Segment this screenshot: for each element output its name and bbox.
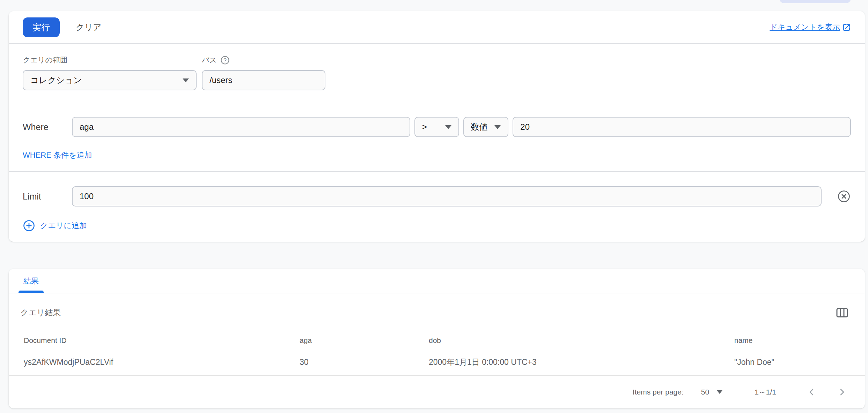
next-page-button[interactable] xyxy=(837,387,847,397)
tab-active-indicator xyxy=(19,291,44,293)
add-to-query-link[interactable]: クエリに追加 xyxy=(23,219,87,232)
chevron-down-icon xyxy=(494,125,501,129)
path-group: パス ? xyxy=(202,55,325,90)
cell-document-id: ys2AfKWModjPUaC2LVif xyxy=(24,358,300,367)
items-per-page-value: 50 xyxy=(701,388,709,396)
remove-limit-button[interactable] xyxy=(837,189,851,203)
add-where-condition-link[interactable]: WHERE 条件を追加 xyxy=(23,150,92,160)
where-operator-select[interactable]: > xyxy=(414,117,459,137)
cell-dob: 2000年1月1日 0:00:00 UTC+3 xyxy=(429,357,734,368)
chevron-left-icon xyxy=(807,387,817,397)
results-header: クエリ結果 xyxy=(9,293,865,332)
chevron-down-icon xyxy=(183,78,189,82)
column-header-aga: aga xyxy=(300,336,429,345)
column-header-name: name xyxy=(734,336,865,345)
query-builder-card: 実行 クリア ドキュメントを表示 クエリの範囲 コレクション パス xyxy=(9,11,865,242)
view-columns-icon xyxy=(836,308,848,318)
path-label: パス xyxy=(202,55,217,65)
chevron-down-icon xyxy=(717,390,722,394)
results-title: クエリ結果 xyxy=(20,307,836,318)
query-scope-group: クエリの範囲 コレクション xyxy=(23,55,197,90)
where-label: Where xyxy=(23,122,72,132)
items-per-page-select[interactable]: 50 xyxy=(701,388,722,396)
cell-aga: 30 xyxy=(300,358,429,367)
tab-results[interactable]: 結果 xyxy=(19,269,44,293)
add-to-query-label: クエリに追加 xyxy=(40,220,87,231)
where-section: Where > 数値 WHERE 条件を追加 xyxy=(9,102,865,172)
where-field-input[interactable] xyxy=(72,117,410,137)
tab-results-label: 結果 xyxy=(19,276,43,286)
pagination-bar: Items per page: 50 1～1/1 xyxy=(9,376,865,408)
scope-row: クエリの範囲 コレクション パス ? xyxy=(9,44,865,102)
view-documentation-link[interactable]: ドキュメントを表示 xyxy=(770,22,851,32)
results-card: 結果 クエリ結果 Document ID aga dob name ys2AfK… xyxy=(9,269,865,408)
table-row[interactable]: ys2AfKWModjPUaC2LVif 30 2000年1月1日 0:00:0… xyxy=(9,349,865,376)
view-documentation-label: ドキュメントを表示 xyxy=(770,22,840,32)
items-per-page-label: Items per page: xyxy=(633,388,684,396)
column-header-document-id: Document ID xyxy=(24,336,300,345)
clear-query-button[interactable]: クリア xyxy=(76,22,102,33)
query-scope-value: コレクション xyxy=(30,75,82,86)
add-where-condition-label: WHERE 条件を追加 xyxy=(23,150,92,160)
help-icon[interactable]: ? xyxy=(220,55,230,65)
limit-input[interactable] xyxy=(72,186,822,206)
where-operator-value: > xyxy=(422,122,427,132)
cell-name: "John Doe" xyxy=(734,358,865,367)
query-toolbar: 実行 クリア ドキュメントを表示 xyxy=(9,11,865,44)
chevron-down-icon xyxy=(445,125,451,129)
run-query-button[interactable]: 実行 xyxy=(23,17,60,37)
results-tab-bar: 結果 xyxy=(9,269,865,293)
svg-text:?: ? xyxy=(223,57,227,63)
query-scope-label: クエリの範囲 xyxy=(23,55,67,65)
where-value-type-select[interactable]: 数値 xyxy=(463,117,509,137)
where-value-type-value: 数値 xyxy=(471,121,488,133)
query-scope-select[interactable]: コレクション xyxy=(23,70,197,90)
results-table-header: Document ID aga dob name xyxy=(9,332,865,349)
where-value-input[interactable] xyxy=(513,117,851,137)
circle-x-icon xyxy=(837,189,851,203)
path-input[interactable] xyxy=(202,70,325,90)
chevron-right-icon xyxy=(837,387,847,397)
partial-top-button[interactable] xyxy=(779,0,851,3)
limit-section: Limit クエリに追加 xyxy=(9,172,865,241)
column-settings-button[interactable] xyxy=(836,308,848,318)
external-link-icon xyxy=(842,23,851,32)
previous-page-button[interactable] xyxy=(807,387,817,397)
limit-label: Limit xyxy=(23,192,72,202)
column-header-dob: dob xyxy=(429,336,734,345)
circle-plus-icon xyxy=(23,219,35,232)
page-range-label: 1～1/1 xyxy=(755,387,776,397)
